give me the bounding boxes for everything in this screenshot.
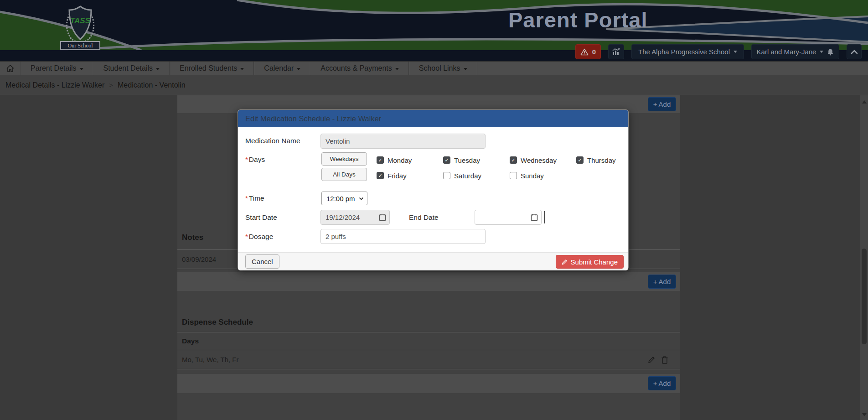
nav-item-student-details[interactable]: Student Details bbox=[93, 62, 170, 75]
weekdays-button[interactable]: Weekdays bbox=[321, 152, 367, 166]
portal-title: Parent Portal bbox=[508, 7, 700, 32]
checkbox-tuesday[interactable] bbox=[443, 156, 450, 164]
all-days-button[interactable]: All Days bbox=[321, 168, 367, 181]
school-selector[interactable]: The Alpha Progressive School bbox=[631, 44, 744, 59]
schedule-days-value: Mo, Tu, We, Th, Fr bbox=[182, 356, 238, 363]
chevron-down-icon bbox=[734, 51, 737, 53]
chevron-down-icon bbox=[464, 68, 467, 70]
submit-change-button[interactable]: Submit Change bbox=[556, 255, 624, 269]
end-date-field bbox=[475, 210, 542, 225]
edit-pencil-icon[interactable] bbox=[647, 356, 656, 364]
logo-crest-text: TASS bbox=[70, 16, 91, 25]
plus-icon: + bbox=[653, 278, 657, 285]
modal-footer: Cancel Submit Change bbox=[238, 252, 628, 270]
end-date-label: End Date bbox=[409, 213, 439, 222]
breadcrumb-current[interactable]: Medical Details - Lizzie Walker bbox=[5, 81, 104, 89]
breadcrumb-separator: > bbox=[109, 81, 113, 89]
stats-button[interactable] bbox=[608, 44, 624, 59]
chevron-down-icon bbox=[297, 68, 300, 70]
bell-icon bbox=[827, 48, 834, 56]
nav-item-label: Parent Details bbox=[31, 64, 77, 73]
scrollbar-thumb[interactable] bbox=[862, 249, 867, 344]
notes-heading: Notes bbox=[182, 233, 203, 242]
checkbox-monday[interactable] bbox=[377, 156, 384, 164]
banner-artwork bbox=[0, 0, 868, 50]
submit-change-label: Submit Change bbox=[571, 258, 618, 266]
add-button-label: Add bbox=[659, 100, 671, 108]
breadcrumb: Medical Details - Lizzie Walker > Medica… bbox=[0, 75, 868, 95]
checkbox-thursday[interactable] bbox=[576, 156, 584, 164]
header-banner: TASS Our School Parent Portal 0 The A bbox=[0, 0, 868, 61]
chevron-down-icon bbox=[156, 68, 160, 70]
time-select-value: 12:00 pm bbox=[326, 195, 355, 202]
add-button[interactable]: + Add bbox=[648, 97, 676, 111]
nav-item-calendar[interactable]: Calendar bbox=[254, 62, 310, 75]
breadcrumb-sub: Medication - Ventolin bbox=[118, 81, 186, 89]
checkbox-sunday-label: Sunday bbox=[521, 172, 544, 180]
nav-item-label: Enrolled Students bbox=[180, 64, 237, 73]
checkbox-friday[interactable] bbox=[377, 172, 384, 179]
nav-item-enrolled-students[interactable]: Enrolled Students bbox=[170, 62, 254, 75]
nav-item-accounts-payments[interactable]: Accounts & Payments bbox=[310, 62, 409, 75]
checkbox-wednesday-label: Wednesday bbox=[521, 156, 557, 164]
checkbox-tuesday-label: Tuesday bbox=[454, 156, 480, 164]
nav-item-label: Calendar bbox=[264, 64, 294, 73]
calendar-icon[interactable] bbox=[531, 213, 538, 221]
nav-item-label: School Links bbox=[419, 64, 460, 73]
vertical-scrollbar[interactable] bbox=[860, 95, 868, 420]
add-button[interactable]: + Add bbox=[648, 275, 676, 289]
nav-item-school-links[interactable]: School Links bbox=[409, 62, 477, 75]
add-button[interactable]: + Add bbox=[648, 376, 676, 390]
collapse-header-button[interactable] bbox=[847, 44, 862, 59]
nav-item-label: Accounts & Payments bbox=[320, 64, 392, 73]
checkbox-sunday[interactable] bbox=[510, 172, 517, 179]
alerts-button[interactable]: 0 bbox=[575, 44, 601, 59]
modal-title: Edit Medication Schedule - Lizzie Walker bbox=[245, 114, 381, 123]
delete-trash-icon[interactable] bbox=[661, 356, 668, 364]
add-button-label: Add bbox=[659, 379, 671, 387]
school-selector-label: The Alpha Progressive School bbox=[638, 48, 730, 56]
user-selector[interactable]: Karl and Mary-Jane bbox=[751, 44, 839, 59]
checkbox-monday-label: Monday bbox=[388, 156, 412, 164]
checkbox-wednesday[interactable] bbox=[510, 156, 517, 164]
dispense-schedule-heading: Dispense Schedule bbox=[182, 318, 253, 327]
dosage-input[interactable] bbox=[320, 229, 486, 244]
chevron-down-icon bbox=[395, 68, 399, 70]
dosage-label: Dosage bbox=[245, 233, 273, 241]
dispense-schedule-header-row: Days bbox=[177, 332, 680, 350]
checkbox-saturday-label: Saturday bbox=[454, 172, 481, 180]
days-label: Days bbox=[245, 156, 265, 164]
scroll-up-arrow[interactable] bbox=[860, 98, 868, 106]
column-days: Days bbox=[182, 337, 199, 345]
pencil-icon bbox=[562, 259, 568, 265]
notes-row-date: 03/09/2024 bbox=[182, 255, 216, 263]
start-date-field bbox=[320, 210, 390, 225]
nav-item-parent-details[interactable]: Parent Details bbox=[21, 62, 93, 75]
bar-chart-icon bbox=[612, 48, 620, 56]
scroll-down-arrow[interactable] bbox=[860, 411, 868, 419]
warning-triangle-icon bbox=[580, 48, 589, 56]
cancel-button[interactable]: Cancel bbox=[245, 254, 279, 269]
plus-icon: + bbox=[653, 100, 657, 108]
school-logo: TASS Our School bbox=[57, 3, 103, 50]
nav-home-button[interactable] bbox=[0, 62, 21, 75]
chevron-down-icon bbox=[80, 68, 83, 70]
plus-icon: + bbox=[653, 379, 657, 387]
chevron-up-icon bbox=[851, 50, 858, 54]
table-footer-band: + Add bbox=[177, 374, 680, 393]
logo-banner-text: Our School bbox=[68, 42, 93, 49]
modal-header: Edit Medication Schedule - Lizzie Walker bbox=[238, 110, 628, 127]
parent-portal-page: TASS Our School Parent Portal 0 The A bbox=[0, 0, 868, 420]
dispense-schedule-row: Mo, Tu, We, Th, Fr bbox=[177, 350, 680, 369]
checkbox-thursday-label: Thursday bbox=[587, 156, 616, 164]
time-label: Time bbox=[245, 194, 264, 202]
add-button-label: Add bbox=[659, 278, 671, 285]
table-footer-band: + Add bbox=[177, 272, 680, 291]
checkbox-saturday[interactable] bbox=[443, 172, 450, 179]
time-select[interactable]: 12:00 pm bbox=[321, 192, 367, 205]
checkbox-friday-label: Friday bbox=[388, 172, 407, 180]
user-selector-label: Karl and Mary-Jane bbox=[757, 48, 816, 56]
medication-name-input bbox=[320, 134, 486, 149]
nav-item-label: Student Details bbox=[103, 64, 153, 73]
edit-medication-schedule-modal: Edit Medication Schedule - Lizzie Walker… bbox=[238, 109, 629, 270]
